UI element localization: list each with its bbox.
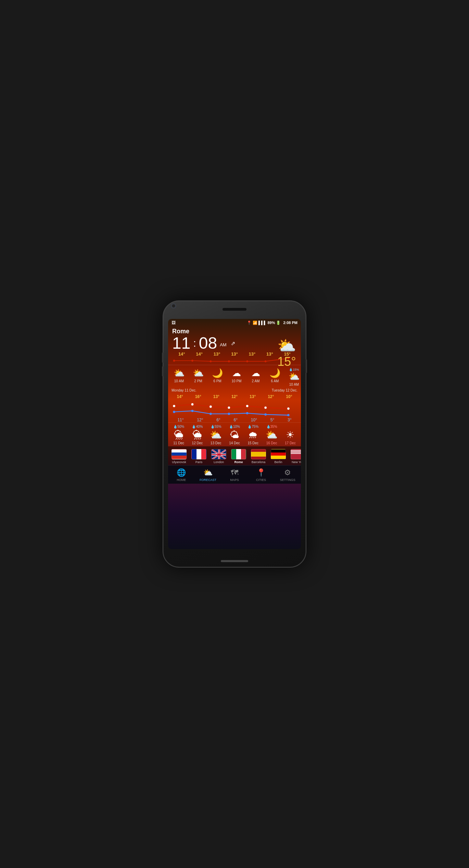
flag-uk bbox=[211, 449, 226, 459]
gallery-icon: 🖼 bbox=[172, 320, 176, 325]
svg-point-12 bbox=[264, 407, 267, 409]
time-hours: 11 bbox=[172, 335, 190, 351]
hour-item-5: 🌙 6 AM bbox=[265, 367, 284, 388]
day-date-2: 13 Dec bbox=[211, 441, 221, 445]
hour-icon-4: ☁ bbox=[251, 368, 260, 379]
hour-item-3: ☁ 10 PM bbox=[227, 367, 246, 388]
city-label-newyork: New York bbox=[292, 460, 301, 464]
nav-settings-label: SETTINGS bbox=[280, 478, 295, 482]
share-icon[interactable]: ⇗ bbox=[231, 340, 235, 347]
day-card-2: 💧55% ⛅ 13 Dec bbox=[207, 425, 225, 445]
phone-speaker bbox=[223, 308, 246, 311]
svg-point-15 bbox=[191, 410, 194, 412]
current-weather-icon: ⛅ bbox=[277, 337, 296, 355]
city-label-berlin: Berlin bbox=[274, 460, 282, 464]
daily-high-row: 14° 16° 13° 12° 13° 12° 10° bbox=[171, 394, 298, 399]
day-card-6: ☀ 17 Dec bbox=[281, 425, 299, 445]
svg-point-2 bbox=[210, 360, 212, 362]
day-date-0: 11 Dec bbox=[173, 441, 184, 445]
nav-home[interactable]: 🌐 HOME bbox=[168, 468, 195, 482]
daily-high-2: 13° bbox=[213, 394, 219, 399]
svg-point-13 bbox=[287, 408, 290, 410]
volume-down-button[interactable] bbox=[162, 366, 163, 376]
daily-forecast-row: 💧50% 🌦 11 Dec 💧40% 🌦 12 Dec 💧55% ⛅ 13 De… bbox=[168, 422, 301, 446]
hour-item-6: 💧15% ⛅ 10 AM bbox=[284, 367, 301, 388]
city-label-paris: Paris bbox=[195, 460, 203, 464]
flag-russia bbox=[172, 449, 187, 459]
power-button[interactable] bbox=[306, 359, 307, 373]
time-display: 2:08 PM bbox=[283, 321, 297, 325]
bottom-nav: 🌐 HOME ⛅ FORECAST 🗺 MAPS 📍 CITIES ⚙ SETT… bbox=[168, 465, 301, 484]
daily-low-2: 6° bbox=[216, 418, 220, 422]
daily-high-6: 10° bbox=[286, 394, 292, 399]
city-label-ulyanovsk: Ulyanovsk bbox=[172, 460, 186, 464]
battery-text: 89% bbox=[267, 321, 275, 325]
svg-point-3 bbox=[228, 360, 230, 362]
hour-icon-2: 🌙 bbox=[212, 368, 223, 379]
day-icon-6: ☀ bbox=[286, 429, 294, 441]
day-icon-1: 🌦 bbox=[192, 429, 202, 441]
temp-label-2: 13° bbox=[214, 351, 220, 357]
maps-nav-icon: 🗺 bbox=[231, 468, 238, 477]
city-item-barcelona[interactable]: Barcelona bbox=[249, 449, 268, 464]
nav-maps-label: MAPS bbox=[230, 478, 239, 482]
hour-time-6: 10 AM bbox=[289, 383, 299, 386]
city-label-rome: Rome bbox=[234, 460, 243, 464]
battery-icon: 🔋 bbox=[276, 321, 281, 325]
flag-france bbox=[191, 449, 206, 459]
day-card-5: 💧35% ⛅ 16 Dec bbox=[263, 425, 281, 445]
signal-icon: ▌▌▌ bbox=[258, 321, 266, 325]
city-name: Rome bbox=[172, 328, 297, 335]
home-nav-icon: 🌐 bbox=[177, 468, 186, 477]
svg-point-8 bbox=[191, 403, 194, 406]
time-minutes: 08 bbox=[199, 335, 217, 351]
nav-forecast[interactable]: ⛅ FORECAST bbox=[195, 468, 221, 482]
status-bar: 🖼 📍 📶 ▌▌▌ 89% 🔋 2:08 PM bbox=[168, 319, 301, 326]
flag-usa bbox=[291, 449, 301, 459]
phone-screen: 🖼 📍 📶 ▌▌▌ 89% 🔋 2:08 PM Rome 11 : 08 AM … bbox=[168, 319, 301, 549]
day-date-4: 15 Dec bbox=[248, 441, 258, 445]
city-item-paris[interactable]: Paris bbox=[189, 449, 208, 464]
city-label-barcelona: Barcelona bbox=[252, 460, 266, 464]
svg-point-18 bbox=[246, 412, 249, 414]
day-card-3: 💧10% 🌤 14 Dec bbox=[226, 425, 243, 445]
nav-settings[interactable]: ⚙ SETTINGS bbox=[274, 468, 301, 482]
temp-label-5: 13° bbox=[266, 351, 273, 357]
hour-time-2: 6 PM bbox=[213, 379, 221, 383]
city-item-rome[interactable]: Rome bbox=[229, 449, 248, 464]
city-item-newyork[interactable]: New York bbox=[289, 449, 301, 464]
cities-nav-icon: 📍 bbox=[256, 468, 266, 477]
home-indicator[interactable] bbox=[221, 560, 248, 562]
time-ampm: AM bbox=[220, 342, 227, 347]
hour-item-0: ⛅ 10 AM bbox=[169, 367, 189, 388]
volume-up-button[interactable] bbox=[162, 352, 163, 363]
nav-cities[interactable]: 📍 CITIES bbox=[248, 468, 275, 482]
nav-cities-label: CITIES bbox=[256, 478, 266, 482]
wifi-icon: 📶 bbox=[253, 321, 257, 325]
current-temp: 15° bbox=[277, 355, 296, 369]
daily-low-1: 12° bbox=[197, 418, 203, 422]
city-item-berlin[interactable]: Berlin bbox=[269, 449, 288, 464]
hour-time-4: 2 AM bbox=[252, 379, 260, 383]
temp-label-4: 13° bbox=[249, 351, 256, 357]
daily-chart-svg bbox=[171, 399, 298, 416]
status-left: 🖼 bbox=[172, 320, 176, 325]
svg-point-5 bbox=[265, 360, 267, 362]
day-icon-2: ⛅ bbox=[210, 429, 222, 441]
svg-point-19 bbox=[264, 413, 267, 416]
hour-icon-3: ☁ bbox=[232, 368, 241, 379]
day-precip-5: 💧35% bbox=[266, 425, 277, 429]
svg-point-9 bbox=[210, 406, 212, 408]
daily-chart-section: 14° 16° 13° 12° 13° 12° 10° bbox=[168, 393, 301, 422]
svg-point-17 bbox=[228, 413, 230, 415]
city-item-ulyanovsk[interactable]: Ulyanovsk bbox=[169, 449, 189, 464]
current-weather-display: ⛅ 15° bbox=[277, 337, 296, 369]
cities-flags-row[interactable]: Ulyanovsk Paris London Rome Barcelona bbox=[168, 446, 301, 465]
day-icon-5: ⛅ bbox=[266, 429, 278, 441]
temp-label-1: 14° bbox=[196, 351, 203, 357]
day-card-1: 💧40% 🌦 12 Dec bbox=[188, 425, 206, 445]
city-item-london[interactable]: London bbox=[209, 449, 228, 464]
day-icon-4: 🌧 bbox=[248, 429, 258, 441]
hour-icon-6: ⛅ bbox=[289, 371, 300, 382]
nav-maps[interactable]: 🗺 MAPS bbox=[221, 468, 248, 482]
